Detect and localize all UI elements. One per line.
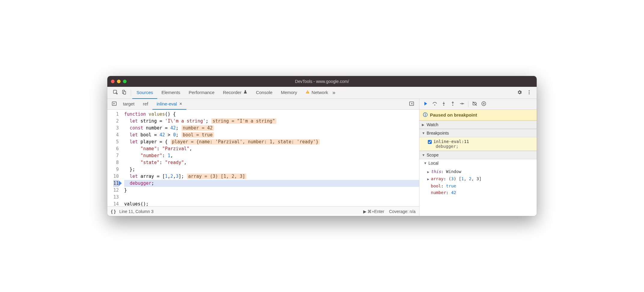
- step-icon[interactable]: [459, 101, 465, 107]
- code-line[interactable]: }: [124, 187, 419, 194]
- scope-section-header[interactable]: ▼ Scope: [419, 151, 537, 159]
- settings-icon[interactable]: [517, 90, 522, 96]
- code-line[interactable]: debugger;: [124, 180, 419, 187]
- code-line[interactable]: function values() {: [124, 111, 419, 118]
- breakpoints-list: inline-eval:11debugger;: [419, 137, 537, 151]
- devtools-window: DevTools - www.google.com/ SourcesElemen…: [107, 76, 537, 216]
- breakpoint-item[interactable]: inline-eval:11debugger;: [419, 137, 537, 151]
- svg-rect-4: [308, 93, 308, 93]
- tab-network[interactable]: Network: [301, 87, 332, 99]
- scope-var-bool[interactable]: bool: true: [422, 183, 534, 189]
- line-number[interactable]: 2: [113, 118, 119, 125]
- breakpoint-arrow-icon: [119, 181, 122, 186]
- svg-point-12: [452, 105, 453, 106]
- file-tab-inline-eval[interactable]: inline-eval×: [152, 99, 186, 110]
- code-line[interactable]: let bool = 42 > 0;bool = true: [124, 132, 419, 138]
- editor-statusbar: { } Line 11, Column 3 ▶ ⌘+Enter Coverage…: [107, 206, 419, 216]
- svg-point-13: [463, 103, 464, 104]
- more-tabs-button[interactable]: »: [332, 90, 335, 96]
- pause-exceptions-icon[interactable]: [481, 101, 486, 107]
- watch-section-header[interactable]: ▶ Watch: [419, 120, 537, 129]
- kebab-menu-icon[interactable]: [526, 90, 532, 96]
- svg-point-6: [529, 92, 530, 93]
- pretty-print-button[interactable]: { }: [111, 209, 116, 214]
- tab-recorder[interactable]: Recorder: [219, 87, 252, 99]
- divider: [131, 90, 131, 96]
- code-line[interactable]: };: [124, 166, 419, 173]
- code-line[interactable]: "name": "Parzival",: [124, 145, 419, 152]
- window-title: DevTools - www.google.com/: [295, 79, 349, 84]
- debugger-toolbar: [419, 99, 537, 110]
- line-number[interactable]: 8: [113, 159, 119, 166]
- run-snippet-hint[interactable]: ▶ ⌘+Enter: [363, 209, 385, 214]
- paused-banner: ⓘ Paused on breakpoint: [419, 110, 537, 120]
- local-scope-header[interactable]: ▼ Local: [419, 159, 537, 167]
- tab-performance[interactable]: Performance: [185, 87, 219, 99]
- chevron-right-icon: ▶: [422, 123, 425, 127]
- file-tab-ref[interactable]: ref: [139, 99, 152, 110]
- deactivate-breakpoints-icon[interactable]: [472, 101, 477, 107]
- code-line[interactable]: values();: [124, 201, 419, 206]
- step-out-icon[interactable]: [450, 101, 455, 107]
- svg-point-5: [529, 90, 530, 91]
- line-number[interactable]: 10: [113, 173, 119, 180]
- line-number[interactable]: 12: [113, 187, 119, 194]
- line-number[interactable]: 3: [113, 125, 119, 132]
- code-line[interactable]: const number = 42;number = 42: [124, 125, 419, 132]
- svg-rect-2: [124, 91, 126, 94]
- maximize-window-button[interactable]: [123, 80, 127, 83]
- line-gutter[interactable]: 1234567891011121314: [107, 110, 122, 206]
- navigator-toggle-icon[interactable]: [110, 101, 119, 108]
- inline-value-hint: player = {name: 'Parzival', number: 1, s…: [171, 139, 320, 144]
- more-file-options-icon[interactable]: [406, 101, 417, 108]
- minimize-window-button[interactable]: [117, 80, 121, 83]
- tab-elements[interactable]: Elements: [157, 87, 185, 99]
- code-line[interactable]: let player = {player = {name: 'Parzival'…: [124, 138, 419, 145]
- close-icon[interactable]: ×: [179, 101, 182, 107]
- line-number[interactable]: 1: [113, 111, 119, 118]
- step-into-icon[interactable]: [441, 101, 446, 107]
- scope-var-number[interactable]: number: 42: [422, 189, 534, 196]
- chevron-down-icon: ▼: [422, 131, 425, 135]
- code-line[interactable]: [124, 194, 419, 201]
- inline-value-hint: array = (3) [1, 2, 3]: [187, 174, 247, 179]
- line-number[interactable]: 5: [113, 138, 119, 145]
- tab-console[interactable]: Console: [252, 87, 277, 99]
- code-line[interactable]: let array = [1,2,3];array = (3) [1, 2, 3…: [124, 173, 419, 180]
- line-number[interactable]: 11: [113, 180, 119, 187]
- code-line[interactable]: let string = 'I\'m a string';string = "I…: [124, 118, 419, 125]
- breakpoint-snippet: debugger;: [428, 144, 534, 149]
- code-line[interactable]: "number": 1,: [124, 152, 419, 159]
- editor-pane: targetrefinline-eval× 123456789101112131…: [107, 99, 419, 216]
- svg-rect-16: [484, 103, 485, 105]
- resume-icon[interactable]: [423, 101, 428, 107]
- experiment-icon: [243, 90, 247, 95]
- device-toolbar-icon[interactable]: [121, 90, 127, 96]
- titlebar: DevTools - www.google.com/: [107, 76, 537, 87]
- warning-icon: [305, 90, 310, 95]
- line-number[interactable]: 6: [113, 145, 119, 152]
- line-number[interactable]: 7: [113, 152, 119, 159]
- scope-var-array[interactable]: ▶array: (3) [1, 2, 3]: [422, 175, 534, 183]
- code-line[interactable]: "state": "ready",: [124, 159, 419, 166]
- line-number[interactable]: 13: [113, 194, 119, 201]
- close-window-button[interactable]: [111, 80, 115, 83]
- coverage-status: Coverage: n/a: [389, 209, 416, 214]
- file-tab-label: target: [123, 101, 134, 106]
- inspect-icon[interactable]: [113, 90, 118, 96]
- tab-memory[interactable]: Memory: [277, 87, 301, 99]
- breakpoint-checkbox[interactable]: [428, 140, 432, 144]
- breakpoints-section-header[interactable]: ▼ Breakpoints: [419, 129, 537, 137]
- inline-value-hint: number = 42: [182, 125, 214, 131]
- scope-this[interactable]: ▶this: Window: [422, 168, 534, 175]
- tab-sources[interactable]: Sources: [132, 87, 157, 99]
- chevron-down-icon: ▼: [422, 153, 425, 157]
- step-over-icon[interactable]: [432, 101, 437, 107]
- file-tab-label: inline-eval: [157, 101, 177, 106]
- line-number[interactable]: 14: [113, 201, 119, 206]
- line-number[interactable]: 9: [113, 166, 119, 173]
- file-tab-target[interactable]: target: [119, 99, 139, 110]
- code-content[interactable]: function values() { let string = 'I\'m a…: [122, 110, 419, 206]
- code-editor[interactable]: 1234567891011121314 function values() { …: [107, 110, 419, 206]
- line-number[interactable]: 4: [113, 132, 119, 138]
